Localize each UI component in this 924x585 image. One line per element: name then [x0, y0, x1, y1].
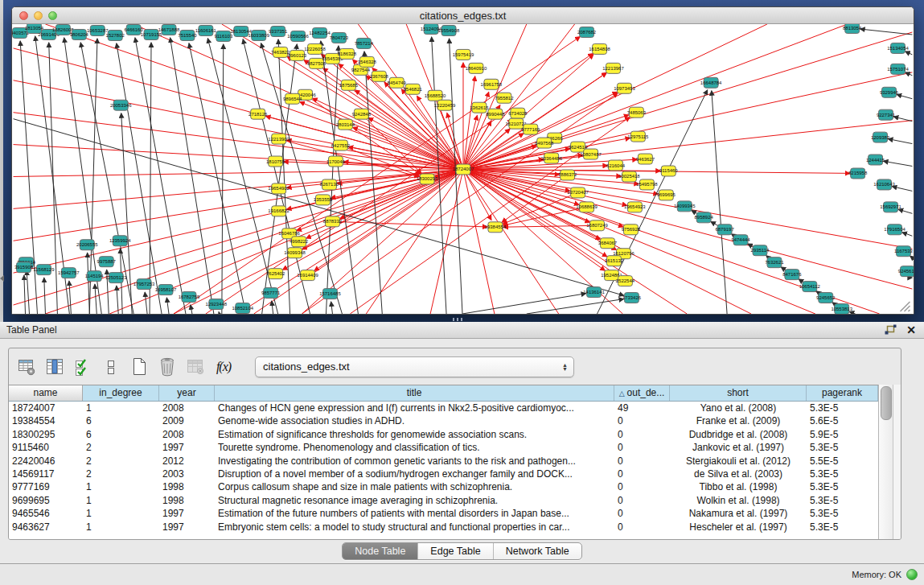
network-node[interactable] — [484, 79, 499, 89]
network-node[interactable] — [897, 246, 911, 257]
network-node[interactable] — [356, 38, 371, 48]
network-node[interactable] — [580, 202, 594, 212]
network-node[interactable] — [888, 225, 902, 235]
network-node[interactable] — [488, 222, 503, 233]
cell-in_degree[interactable]: 2 — [83, 455, 159, 468]
network-node[interactable] — [109, 273, 123, 283]
cell-name[interactable]: 9465546 — [9, 507, 83, 520]
function-builder-icon[interactable]: f(x) — [212, 356, 235, 378]
network-node[interactable] — [372, 71, 386, 81]
network-node[interactable] — [882, 87, 897, 97]
cell-short[interactable]: Tibbo et al. (1998) — [670, 480, 807, 493]
network-node[interactable] — [55, 24, 70, 35]
table-row[interactable]: 946362711997Embryonic stem cells: a mode… — [9, 521, 878, 534]
cell-name[interactable]: 9115460 — [9, 441, 83, 454]
cell-title[interactable]: Investigating the contribution of common… — [215, 455, 614, 468]
network-edge[interactable] — [898, 209, 912, 213]
cell-year[interactable]: 2012 — [159, 455, 215, 468]
network-edge[interactable] — [306, 95, 421, 175]
network-edge[interactable] — [284, 162, 463, 170]
cell-year[interactable]: 1997 — [159, 507, 215, 520]
split-pane-grip[interactable] — [453, 318, 464, 321]
network-node[interactable] — [607, 256, 622, 266]
network-node[interactable] — [851, 168, 865, 179]
network-node[interactable] — [767, 257, 782, 268]
cell-year[interactable]: 2009 — [159, 414, 215, 427]
network-node[interactable] — [80, 240, 94, 250]
cell-short[interactable]: Yano et al. (2008) — [670, 402, 807, 414]
network-node[interactable] — [580, 27, 594, 37]
cell-year[interactable]: 2008 — [159, 402, 215, 414]
cell-in_degree[interactable]: 2 — [83, 468, 159, 480]
table-row[interactable]: 1938455462009Genome-wide association stu… — [9, 414, 878, 427]
network-node[interactable] — [341, 80, 355, 90]
network-edge[interactable] — [45, 24, 463, 169]
network-node[interactable] — [144, 29, 158, 39]
network-node[interactable] — [405, 84, 420, 94]
network-edge[interactable] — [712, 91, 727, 314]
select-columns-icon[interactable] — [72, 356, 94, 378]
network-edge[interactable] — [430, 169, 463, 314]
column-header-out_degree[interactable]: △out_de... — [614, 385, 670, 401]
network-node[interactable] — [835, 304, 849, 314]
tab-node-table[interactable]: Node Table — [343, 543, 418, 559]
network-edge[interactable] — [191, 305, 192, 314]
network-node[interactable] — [27, 24, 42, 33]
column-header-short[interactable]: short — [670, 385, 807, 401]
float-panel-icon[interactable] — [885, 324, 897, 336]
network-node[interactable] — [113, 100, 128, 110]
network-node[interactable] — [328, 156, 343, 167]
network-node[interactable] — [524, 124, 538, 134]
network-node[interactable] — [322, 179, 336, 190]
cell-out_degree[interactable]: 0 — [614, 468, 670, 480]
network-edge[interactable] — [463, 72, 912, 170]
network-node[interactable] — [389, 77, 404, 88]
network-node[interactable] — [272, 183, 286, 194]
network-node[interactable] — [785, 270, 799, 280]
network-node[interactable] — [182, 292, 196, 303]
cell-short[interactable]: Stergiakouli et al. (2012) — [670, 455, 807, 468]
table-source-select[interactable]: citations_edges.txt ▲▼ — [255, 356, 574, 377]
cell-short[interactable]: de Silva et al. (2003) — [670, 468, 807, 480]
network-node[interactable] — [234, 26, 248, 36]
network-node[interactable] — [99, 257, 113, 267]
network-edge[interactable] — [14, 169, 463, 305]
network-node[interactable] — [288, 248, 302, 258]
network-node[interactable] — [216, 31, 231, 41]
cell-title[interactable]: Estimation of the future numbers of pati… — [215, 507, 614, 520]
network-node[interactable] — [72, 29, 86, 39]
network-node[interactable] — [236, 303, 250, 314]
network-node[interactable] — [601, 238, 615, 249]
network-node[interactable] — [199, 25, 213, 35]
network-node[interactable] — [803, 282, 817, 292]
cell-out_degree[interactable]: 0 — [614, 428, 670, 441]
column-header-title[interactable]: title — [215, 385, 614, 401]
network-node[interactable] — [571, 187, 585, 198]
new-table-icon[interactable] — [128, 356, 150, 378]
network-node[interactable] — [292, 237, 306, 247]
network-edge[interactable] — [170, 38, 214, 314]
network-node[interactable] — [41, 29, 55, 39]
network-edge[interactable] — [121, 113, 132, 314]
network-node[interactable] — [606, 63, 621, 73]
network-node[interactable] — [316, 195, 331, 205]
network-node[interactable] — [13, 27, 27, 38]
network-node[interactable] — [623, 225, 638, 235]
network-node[interactable] — [158, 285, 173, 295]
cell-out_degree[interactable]: 0 — [614, 455, 670, 468]
network-node[interactable] — [638, 154, 652, 164]
network-edge[interactable] — [166, 298, 169, 314]
cell-pagerank[interactable]: 5.3E-5 — [807, 441, 878, 454]
network-node[interactable] — [627, 202, 642, 212]
network-node[interactable] — [437, 100, 452, 110]
cell-pagerank[interactable]: 5.3E-5 — [807, 507, 878, 520]
network-node[interactable] — [630, 131, 645, 142]
network-node[interactable] — [325, 53, 339, 64]
network-edge[interactable] — [24, 275, 26, 314]
network-node[interactable] — [338, 119, 352, 130]
network-node[interactable] — [269, 269, 283, 279]
cell-pagerank[interactable]: 5.3E-5 — [807, 521, 878, 534]
cell-short[interactable]: Wolkin et al. (1998) — [670, 494, 807, 507]
network-node[interactable] — [420, 174, 434, 184]
network-node[interactable] — [639, 179, 654, 190]
